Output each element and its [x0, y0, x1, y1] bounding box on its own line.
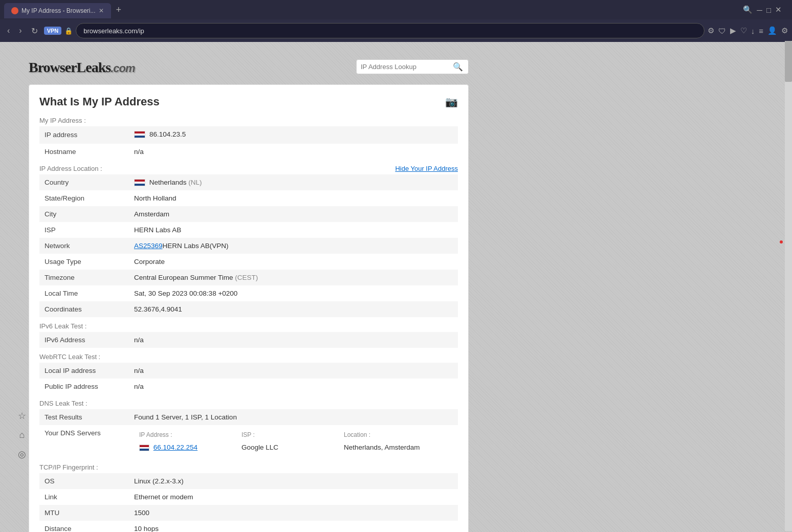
coordinates-value: 52.3676,4.9041 — [129, 301, 458, 317]
tab-title: My IP Address - Browseri... — [21, 7, 96, 14]
forward-button[interactable]: › — [16, 24, 25, 37]
webrtc-section-label: WebRTC Leak Test : — [39, 353, 458, 361]
minimize-btn[interactable]: ─ — [757, 6, 762, 14]
netherlands-flag — [134, 131, 145, 138]
url-text: browserleaks.com/ip — [83, 27, 144, 35]
table-row: Coordinates 52.3676,4.9041 — [39, 301, 458, 317]
network-label: Network — [39, 238, 129, 254]
state-value: North Holland — [129, 190, 458, 206]
my-ip-section-label: My IP Address : — [39, 117, 458, 124]
table-row: Local IP address n/a — [39, 363, 458, 379]
my-ip-table: IP address 86.104.23.5 Hostname n/a — [39, 126, 458, 160]
dns-data-row: 66.104.22.254 Google LLC Netherlands, Am… — [134, 440, 453, 454]
city-value: Amsterdam — [129, 206, 458, 222]
dns-inner-table: IP Address : ISP : Location : 66.104.22.… — [134, 429, 453, 454]
timezone-label: Timezone — [39, 270, 129, 285]
table-row: Network AS25369HERN Labs AB(VPN) — [39, 238, 458, 254]
extensions-icon[interactable]: ⚙ — [708, 26, 714, 35]
profile-icon[interactable]: 👤 — [767, 26, 777, 35]
dns-header-row: IP Address : ISP : Location : — [134, 429, 453, 440]
hostname-label: Hostname — [39, 144, 129, 160]
location-section-label: IP Address Location : — [39, 165, 102, 172]
public-ip-label: Public IP address — [39, 379, 129, 394]
dns-location-value: Netherlands, Amsterdam — [339, 440, 453, 454]
isp-label: ISP — [39, 222, 129, 238]
city-label: City — [39, 206, 129, 222]
download-icon[interactable]: ↓ — [751, 27, 755, 35]
table-row: City Amsterdam — [39, 206, 458, 222]
table-row: Country Netherlands (NL) — [39, 174, 458, 190]
local-ip-value: n/a — [129, 363, 458, 379]
country-label: Country — [39, 174, 129, 190]
table-row: Usage Type Corporate — [39, 254, 458, 270]
webrtc-table: Local IP address n/a Public IP address n… — [39, 363, 458, 394]
back-button[interactable]: ‹ — [4, 24, 13, 37]
distance-label: Distance — [39, 521, 129, 532]
localtime-value: Sat, 30 Sep 2023 00:08:38 +0200 — [129, 285, 458, 301]
usage-value: Corporate — [129, 254, 458, 270]
dns-col-ip: IP Address : — [134, 429, 236, 440]
link-value: Ethernet or modem — [129, 489, 458, 505]
main-card: What Is My IP Address 📷 My IP Address : … — [29, 84, 469, 532]
star-icon[interactable]: ☆ — [18, 410, 26, 422]
site-header: BrowserLeaks.com 🔍 — [29, 52, 469, 84]
settings-icon[interactable]: ⚙ — [781, 26, 788, 35]
ipv6-table: IPv6 Address n/a — [39, 332, 458, 348]
localtime-label: Local Time — [39, 285, 129, 301]
table-row: Public IP address n/a — [39, 379, 458, 394]
coordinates-label: Coordinates — [39, 301, 129, 317]
table-row: Link Ethernet or modem — [39, 489, 458, 505]
ipv6-value: n/a — [129, 332, 458, 348]
hide-ip-link[interactable]: Hide Your IP Address — [395, 165, 458, 172]
shield-icon[interactable]: 🛡 — [718, 27, 726, 35]
dns-ip-link[interactable]: 66.104.22.254 — [153, 444, 197, 451]
radio-icon[interactable]: ◎ — [18, 449, 26, 460]
table-row: IP address 86.104.23.5 — [39, 126, 458, 144]
tab-favicon — [11, 7, 18, 14]
reload-button[interactable]: ↻ — [28, 24, 41, 38]
table-row: ISP HERN Labs AB — [39, 222, 458, 238]
logo-text: BrowserLeaks — [29, 59, 111, 75]
play-icon[interactable]: ▶ — [730, 26, 736, 35]
menu-icon[interactable]: ≡ — [759, 27, 763, 35]
scrollbar-thumb[interactable] — [785, 41, 792, 82]
search-box[interactable]: 🔍 — [356, 59, 469, 74]
search-input[interactable] — [361, 63, 453, 71]
dns-servers-label: Your DNS Servers — [39, 425, 129, 458]
os-value: Linux (2.2.x-3.x) — [129, 473, 458, 489]
network-link[interactable]: AS25369 — [134, 242, 163, 250]
home-icon[interactable]: ⌂ — [19, 430, 25, 440]
mtu-label: MTU — [39, 505, 129, 521]
close-btn[interactable]: ✕ — [775, 5, 782, 14]
ipv6-label: IPv6 Address — [39, 332, 129, 348]
tab-close-btn[interactable]: ✕ — [99, 7, 104, 14]
table-row: IPv6 Address n/a — [39, 332, 458, 348]
hostname-value: n/a — [129, 144, 458, 160]
usage-label: Usage Type — [39, 254, 129, 270]
table-row: Distance 10 hops — [39, 521, 458, 532]
table-row: Local Time Sat, 30 Sep 2023 00:08:38 +02… — [39, 285, 458, 301]
address-bar[interactable]: browserleaks.com/ip — [76, 23, 704, 38]
table-row: OS Linux (2.2.x-3.x) — [39, 473, 458, 489]
heart-icon[interactable]: ♡ — [740, 26, 747, 35]
maximize-btn[interactable]: □ — [766, 6, 771, 14]
search-button[interactable]: 🔍 — [453, 62, 463, 72]
browser-tab[interactable]: My IP Address - Browseri... ✕ — [4, 3, 111, 18]
dns-isp-value: Google LLC — [236, 440, 339, 454]
screenshot-icon[interactable]: 📷 — [445, 96, 458, 108]
timezone-value: Central European Summer Time (CEST) — [129, 270, 458, 285]
table-row: Your DNS Servers IP Address : ISP : Loca… — [39, 425, 458, 458]
site-logo: BrowserLeaks.com — [29, 57, 135, 76]
dns-servers-value: IP Address : ISP : Location : 66.104.22.… — [129, 425, 458, 458]
mtu-value: 1500 — [129, 505, 458, 521]
vpn-badge: VPN — [44, 27, 62, 35]
location-table: Country Netherlands (NL) State/Region No… — [39, 174, 458, 317]
os-label: OS — [39, 473, 129, 489]
card-title: What Is My IP Address 📷 — [39, 95, 458, 108]
search-icon[interactable]: 🔍 — [743, 5, 753, 14]
scrollbar[interactable] — [785, 41, 792, 531]
new-tab-button[interactable]: + — [113, 4, 125, 16]
table-row: State/Region North Holland — [39, 190, 458, 206]
public-ip-value: n/a — [129, 379, 458, 394]
test-results-value: Found 1 Server, 1 ISP, 1 Location — [129, 409, 458, 425]
